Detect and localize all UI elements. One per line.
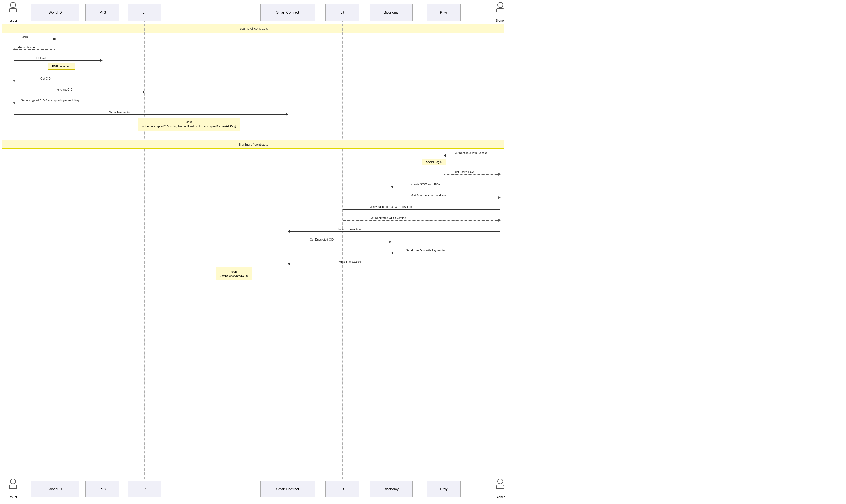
lifeline-ipfs — [102, 21, 102, 482]
lifeline-lit2 — [342, 21, 343, 482]
arrow-senduserops-line — [392, 253, 500, 253]
actor-privy-bottom: Privy — [427, 481, 461, 498]
arrow-verifyhash-head — [342, 208, 344, 211]
arrow-login-label: Login — [21, 35, 28, 38]
lit1-bottom-label: Lit — [143, 487, 146, 491]
arrow-getencrypted-line — [14, 103, 144, 103]
actor-signer-bottom — [490, 479, 511, 489]
actor-ipfs-bottom: IPFS — [85, 481, 119, 498]
biconomy-top-label: Biconomy — [384, 11, 399, 14]
arrow-getencrypted-label: Get encrypted CID & encrypted symmetricK… — [21, 99, 80, 102]
actor-worldid-top: World ID — [31, 4, 80, 21]
ipfs-bottom-label: IPFS — [99, 487, 106, 491]
note-sociallogin-label: Social Login — [426, 160, 442, 164]
section-signing-banner: Signing of contracts — [2, 140, 504, 149]
actor-signer-top-label: Signer — [490, 19, 511, 22]
note-issue: issue(string encryptedCID, string hashed… — [138, 118, 240, 131]
arrow-verifyhash-label: Verify hashedEmail with LitAction — [370, 205, 412, 208]
arrow-readtx-head — [288, 230, 290, 233]
actor-issuer-top — [3, 2, 23, 13]
arrow-readtx-label: Read Transaction — [339, 228, 361, 231]
arrow-getsmartacc-head — [499, 196, 501, 199]
actor-lit1-bottom: Lit — [127, 481, 161, 498]
actor-lit2-top: Lit — [325, 4, 359, 21]
privy-top-label: Privy — [440, 11, 448, 14]
worldid-top-label: World ID — [49, 11, 62, 14]
arrow-writetx2-label: Write Transaction — [339, 260, 361, 263]
arrow-authgoogle-line — [444, 156, 500, 156]
arrow-getsmartacc-label: Get Smart Account address — [411, 194, 446, 197]
arrow-getusereoa-label: get user's EOA — [455, 170, 474, 174]
arrow-encrypt-label: encrypt CID — [57, 88, 72, 91]
note-sign: sign(string encryptedCID) — [216, 267, 252, 280]
lit2-top-label: Lit — [341, 11, 344, 14]
arrow-getencryptedcid-head — [390, 240, 392, 243]
arrow-upload-head — [101, 59, 103, 61]
arrow-senduserops-label: Send UserOps with Paymaster — [406, 249, 445, 252]
arrow-getusereoa-head — [499, 173, 501, 176]
actor-biconomy-bottom: Biconomy — [370, 481, 413, 498]
lifeline-smartcontract — [288, 21, 288, 482]
arrow-getdecrypted-head — [499, 219, 501, 221]
arrow-upload-label: Upload — [36, 57, 46, 60]
smartcontract-bottom-label: Smart Contract — [276, 487, 299, 491]
lit1-top-label: Lit — [143, 11, 146, 14]
arrow-verifyhash-line — [343, 209, 500, 210]
arrow-encrypt-head — [143, 90, 145, 93]
note-issue-label: issue(string encryptedCID, string hashed… — [142, 121, 236, 128]
arrow-getencryptedcid-label: Get Encrypted CID — [310, 238, 334, 241]
arrow-writetx-line — [14, 114, 287, 115]
arrow-writetx-head — [286, 113, 288, 116]
lifeline-worldid — [55, 21, 55, 482]
actor-ipfs-top: IPFS — [85, 4, 119, 21]
actor-signer-bottom-label: Signer — [490, 496, 511, 499]
arrow-writetx2-line — [288, 264, 500, 264]
arrow-authgoogle-head — [444, 154, 446, 157]
arrow-getcid-line — [14, 80, 102, 81]
arrow-createscw-head — [391, 185, 393, 188]
arrow-createscw-label: create SCW from EOA — [411, 183, 440, 186]
arrow-writetx-label: Write Transaction — [109, 111, 132, 114]
arrow-auth-line — [14, 49, 55, 50]
arrow-getsmartacc-line — [392, 198, 500, 198]
arrow-getdecrypted-label: Get Decrypted CID if verified — [370, 216, 406, 219]
note-pdf: PDF document — [48, 63, 75, 70]
arrow-getcid-head — [13, 79, 15, 82]
actor-worldid-bottom: World ID — [31, 481, 80, 498]
lifeline-signer — [500, 21, 500, 482]
arrow-writetx2-head — [288, 263, 290, 265]
arrow-auth-label: Authentication — [18, 46, 36, 49]
actor-smartcontract-bottom: Smart Contract — [260, 481, 315, 498]
arrow-getencryptedcid-line — [288, 242, 391, 242]
arrow-createscw-line — [392, 187, 500, 187]
section-issuing-banner: Issuing of contracts — [2, 24, 504, 33]
privy-bottom-label: Privy — [440, 487, 448, 491]
arrow-encrypt-line — [14, 92, 144, 92]
note-sociallogin: Social Login — [422, 159, 446, 165]
note-sign-label: sign(string encryptedCID) — [221, 270, 248, 277]
actor-lit1-top: Lit — [127, 4, 161, 21]
arrow-getusereoa-line — [444, 174, 500, 175]
issuing-banner-label: Issuing of contracts — [239, 26, 268, 31]
note-pdf-label: PDF document — [52, 65, 71, 68]
actor-smartcontract-top: Smart Contract — [260, 4, 315, 21]
diagram-container: Issuer World ID IPFS Lit Smart Contract … — [0, 0, 846, 504]
actor-issuer-bottom-label: Issuer — [3, 496, 23, 499]
arrow-login-line — [14, 39, 55, 39]
arrow-getcid-label: Get CID — [40, 77, 51, 80]
actor-lit2-bottom: Lit — [325, 481, 359, 498]
arrow-auth-head — [13, 48, 15, 51]
biconomy-bottom-label: Biconomy — [384, 487, 399, 491]
actor-biconomy-top: Biconomy — [370, 4, 413, 21]
worldid-bottom-label: World ID — [49, 487, 62, 491]
smartcontract-top-label: Smart Contract — [276, 11, 299, 14]
arrow-senduserops-head — [391, 251, 393, 254]
arrow-authgoogle-label: Authenticate with Google — [455, 151, 487, 155]
arrow-getencrypted-head — [13, 102, 15, 104]
actor-issuer-bottom — [3, 479, 23, 489]
ipfs-top-label: IPFS — [99, 11, 106, 14]
actor-signer-top — [490, 2, 511, 13]
actor-privy-top: Privy — [427, 4, 461, 21]
lifeline-issuer — [13, 21, 13, 482]
arrow-login-head — [54, 38, 56, 40]
